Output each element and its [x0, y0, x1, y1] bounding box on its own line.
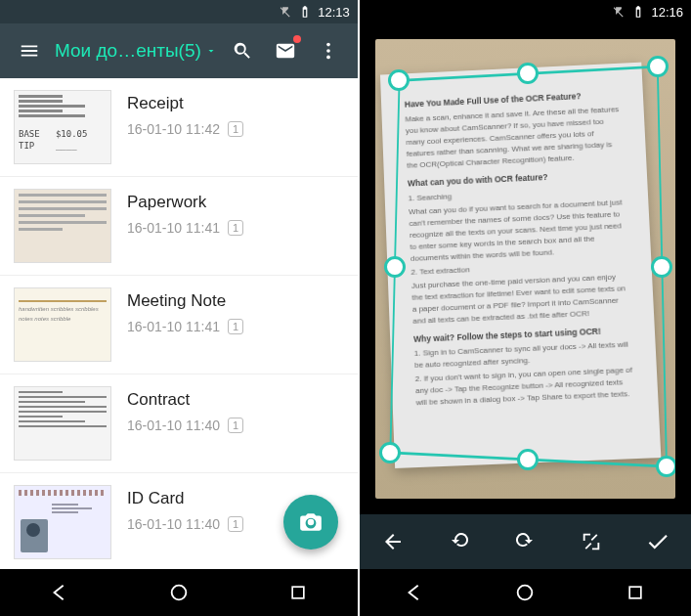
doc-title: Meeting Note	[127, 291, 344, 311]
crop-handle-bm[interactable]	[517, 449, 539, 470]
nav-bar	[360, 569, 691, 616]
battery-icon	[298, 5, 312, 19]
menu-button[interactable]	[12, 33, 47, 68]
battery-icon	[631, 5, 645, 19]
more-button[interactable]	[311, 33, 346, 68]
thumbnail-paperwork	[14, 189, 111, 263]
home-nav[interactable]	[150, 573, 208, 612]
page-count: 1	[228, 418, 243, 433]
svg-point-1	[326, 49, 330, 53]
scan-action-bar	[360, 514, 691, 569]
dropdown-icon	[205, 45, 217, 57]
svg-rect-7	[630, 587, 642, 598]
svg-point-6	[518, 586, 533, 600]
doc-title: Paperwork	[127, 193, 344, 212]
crop-handle-br[interactable]	[656, 456, 675, 477]
recents-nav[interactable]	[269, 573, 327, 612]
expand-button[interactable]	[567, 517, 616, 566]
rotate-left-button[interactable]	[435, 517, 484, 566]
back-nav[interactable]	[385, 573, 444, 612]
crop-handle-tl[interactable]	[388, 69, 410, 91]
doc-date: 16-01-10 11:42	[127, 121, 220, 137]
doc-title: Contract	[127, 390, 344, 410]
phone-left-docs: 12:13 Мои до…енты(5) BASE	[0, 0, 360, 616]
thumbnail-receipt: BASE $10.05 TIP ____	[14, 90, 111, 164]
page-count: 1	[228, 516, 243, 532]
list-item[interactable]: Contract 16-01-10 11:40 1	[0, 374, 358, 473]
app-bar: Мои до…енты(5)	[0, 23, 358, 78]
doc-date: 16-01-10 11:41	[127, 319, 220, 334]
page-count: 1	[228, 319, 243, 334]
home-nav[interactable]	[496, 573, 554, 612]
thumbnail-idcard	[14, 485, 111, 559]
status-bar: 12:13	[0, 0, 358, 23]
clock: 12:16	[651, 5, 683, 20]
svg-point-0	[326, 43, 330, 47]
status-bar: 12:16	[360, 0, 691, 23]
list-item[interactable]: BASE $10.05 TIP ____ Receipt 16-01-10 11…	[0, 78, 358, 177]
svg-point-2	[326, 56, 330, 60]
crop-handle-ml[interactable]	[384, 256, 406, 278]
thumbnail-contract	[14, 386, 111, 461]
nav-bar	[0, 569, 358, 616]
crop-handle-mr[interactable]	[651, 256, 672, 278]
svg-point-3	[172, 586, 187, 600]
back-nav[interactable]	[30, 573, 89, 612]
clock: 12:13	[318, 5, 350, 20]
scan-viewport: Have You Made Full Use of the OCR Featur…	[360, 23, 691, 514]
scan-surface[interactable]: Have You Made Full Use of the OCR Featur…	[375, 39, 675, 499]
camera-fab[interactable]	[283, 495, 338, 550]
svg-rect-4	[292, 587, 304, 598]
doc-date: 16-01-10 11:40	[127, 418, 220, 433]
inbox-button[interactable]	[268, 33, 303, 68]
no-sim-icon	[279, 5, 292, 19]
rotate-right-button[interactable]	[500, 517, 549, 566]
app-title[interactable]: Мои до…енты(5)	[55, 40, 217, 62]
page-count: 1	[228, 121, 243, 137]
search-button[interactable]	[225, 33, 260, 68]
document-list: BASE $10.05 TIP ____ Receipt 16-01-10 11…	[0, 78, 358, 569]
scanned-document: Have You Made Full Use of the OCR Featur…	[380, 63, 662, 469]
list-item[interactable]: handwritten scribbles scribbles notes no…	[0, 276, 358, 374]
phone-right-scan: 12:16 Have You Made Full Use of the OCR …	[360, 0, 691, 616]
page-count: 1	[228, 220, 243, 236]
crop-handle-tr[interactable]	[647, 56, 669, 77]
crop-handle-bl[interactable]	[379, 442, 401, 463]
doc-date: 16-01-10 11:41	[127, 220, 220, 236]
crop-handle-tm[interactable]	[517, 63, 539, 84]
no-sim-icon	[612, 5, 626, 19]
recents-nav[interactable]	[606, 573, 665, 612]
confirm-button[interactable]	[633, 517, 682, 566]
doc-title: Receipt	[127, 94, 344, 113]
doc-date: 16-01-10 11:40	[127, 516, 220, 532]
list-item[interactable]: Paperwork 16-01-10 11:41 1	[0, 177, 358, 276]
back-button[interactable]	[368, 517, 417, 566]
thumbnail-meeting: handwritten scribbles scribbles notes no…	[14, 287, 111, 362]
